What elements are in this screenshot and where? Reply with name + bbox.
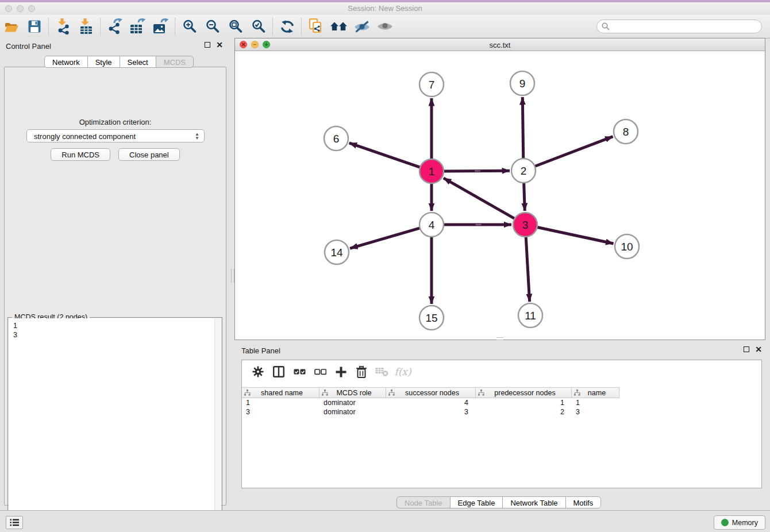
import-table-button[interactable] [75,16,98,37]
tab-motifs[interactable]: Motifs [565,496,602,508]
save-session-button[interactable] [23,16,46,37]
edge-3-10[interactable] [536,227,614,244]
control-panel-title: Control Panel [6,42,51,51]
column-header-predecessor-nodes[interactable]: predecessor nodes [476,387,572,398]
close-panel-icon[interactable]: ✕ [216,42,223,48]
node-9[interactable]: 9 [510,71,534,95]
delete-column-button[interactable] [351,362,372,381]
column-sort-icon [322,390,328,396]
node-4[interactable]: 4 [419,213,444,237]
table-settings-button[interactable] [248,362,268,381]
close-table-panel-icon[interactable]: ✕ [755,346,762,352]
tab-edge-table[interactable]: Edge Table [450,496,503,508]
export-network-button[interactable] [103,16,126,37]
node-table-container: f(x) shared nameMCDS rolesuccessor nodes… [241,360,762,488]
split-columns-button[interactable] [268,362,289,381]
node-1[interactable]: 1 [419,159,444,183]
tab-mcds[interactable]: MCDS [156,56,194,68]
import-network-button[interactable] [52,16,75,37]
node-label: 3 [522,219,529,231]
node-14[interactable]: 14 [325,240,349,264]
edge-3-11[interactable] [526,236,530,302]
zoom-in-button[interactable] [178,16,201,37]
network-window-titlebar[interactable]: ✕ − + scc.txt [235,38,765,51]
show-all-button[interactable] [374,16,396,37]
edge-3-1[interactable] [444,178,516,219]
float-panel-icon[interactable] [205,42,210,48]
table-toolbar: f(x) [242,360,761,383]
search-input[interactable] [596,20,762,33]
tab-network[interactable]: Network [44,56,88,68]
open-session-button[interactable] [0,16,23,37]
table-row[interactable]: 1dominator411 [242,398,619,407]
hide-selected-button[interactable] [351,16,374,37]
function-builder-button[interactable]: f(x) [392,362,413,381]
result-scrollbar[interactable] [214,318,221,529]
zoom-selected-button[interactable] [247,16,270,37]
node-15[interactable]: 15 [419,306,444,330]
node-6[interactable]: 6 [324,126,348,151]
new-network-from-selection-button[interactable] [305,16,328,37]
table-cell[interactable]: 4 [386,398,476,407]
table-cell[interactable]: 2 [476,407,572,417]
export-table-icon [130,18,146,34]
node-8[interactable]: 8 [614,119,638,144]
edge-label-tick [475,170,480,171]
table-cell[interactable]: 1 [476,398,572,407]
edge-2-8[interactable] [534,137,613,167]
node-label: 14 [330,246,343,259]
node-11[interactable]: 11 [518,303,542,327]
tab-select[interactable]: Select [120,56,156,68]
show-panels-menu-button[interactable] [6,516,23,529]
criterion-dropdown[interactable]: strongly connected component ▲▼ [26,129,205,142]
app-titlebar: Session: New Session [0,0,770,16]
table-row[interactable]: 3dominator323 [242,407,619,417]
deselect-all-columns-button[interactable] [310,362,330,381]
edge-2-3[interactable] [524,182,525,211]
edge-2-9[interactable] [522,97,523,160]
close-panel-button[interactable]: Close panel [118,148,180,161]
toolbar-separator [100,18,101,35]
node-2[interactable]: 2 [511,159,536,183]
first-neighbors-button[interactable] [328,16,351,37]
panel-splitter[interactable] [230,38,234,510]
node-label: 4 [429,219,435,231]
edge-1-6[interactable] [349,143,421,168]
table-cell[interactable]: 1 [572,398,619,407]
run-mcds-button[interactable]: Run MCDS [51,148,110,161]
table-cell[interactable]: 3 [572,407,619,417]
eye-slash-icon [353,20,371,33]
zoom-out-button[interactable] [201,16,224,37]
export-table-button[interactable] [126,16,149,37]
column-header-MCDS-role[interactable]: MCDS role [319,387,386,398]
create-column-button[interactable] [330,362,351,381]
edge-4-14[interactable] [350,228,421,248]
float-table-panel-icon[interactable] [744,346,749,352]
tab-node-table[interactable]: Node Table [396,496,451,508]
table-cell[interactable]: 1 [242,398,319,407]
refresh-button[interactable] [276,16,299,37]
tab-network-table[interactable]: Network Table [502,496,565,508]
column-header-successor-nodes[interactable]: successor nodes [386,387,476,398]
column-header-shared-name[interactable]: shared name [242,387,319,398]
node-3[interactable]: 3 [513,213,537,237]
table-cell[interactable]: dominator [319,407,386,417]
memory-status-icon [721,519,729,526]
table-cell[interactable]: 3 [386,407,476,417]
select-all-columns-button[interactable] [289,362,310,381]
memory-button[interactable]: Memory [714,515,765,530]
table-cell[interactable]: 3 [242,407,319,417]
mcds-result-list[interactable]: 13 [9,318,221,529]
export-image-button[interactable] [149,16,172,37]
import-network-icon [56,18,71,34]
tab-style[interactable]: Style [87,56,120,68]
zoom-fit-button[interactable] [224,16,247,37]
column-header-name[interactable]: name [572,387,619,398]
graph-canvas[interactable]: 1234678910111415 [235,51,765,340]
table-cell[interactable]: dominator [319,398,386,407]
list-icon [10,519,19,526]
node-10[interactable]: 10 [615,234,639,259]
node-7[interactable]: 7 [419,72,444,97]
delete-table-button[interactable] [372,362,392,381]
network-resize-handle[interactable] [496,337,503,340]
